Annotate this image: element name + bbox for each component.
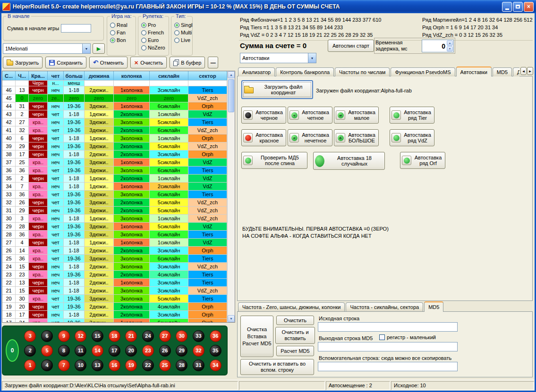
register-checkbox-row[interactable]: регистр - маленький (379, 334, 436, 340)
board-number[interactable]: 29 (176, 345, 187, 357)
table-row[interactable]: 2213черннеч1-182дюжи..1колонка3сиклайнTi… (2, 279, 227, 287)
table-row[interactable]: 406чернчет1-181дюжи..3колонка1сиклайнOrp… (2, 134, 227, 142)
radio-option[interactable]: NoZero (141, 45, 165, 50)
autobet-button[interactable]: Автоставка ряд VdZ (390, 129, 434, 146)
table-row[interactable]: 3725кра..неч19-363дюжи..1колонка5сиклайн… (2, 158, 227, 167)
toolbar-button[interactable]: Загрузить (3, 57, 43, 68)
tab[interactable]: Частота - Zero, шансы, дюжины, колонки (238, 302, 345, 311)
board-number[interactable]: 31 (193, 359, 204, 371)
tab[interactable]: Частоты по числам (335, 67, 390, 76)
board-number[interactable]: 14 (92, 345, 103, 357)
board-number[interactable]: 3 (24, 330, 36, 342)
board-number[interactable]: 25 (159, 359, 171, 371)
table-row[interactable]: 450zeroze..zerozerozerozeroVdZ_zch (2, 94, 227, 102)
board-number[interactable]: 21 (125, 330, 137, 342)
load-coordinates-button[interactable]: Загрузить файл координат (241, 80, 313, 99)
table-row[interactable]: 432чернчет1-181дюжи..2колонка1сиклайнVdZ (2, 110, 227, 118)
md5-clear-paste-button[interactable]: Очистить и вставить (275, 327, 315, 344)
table-row[interactable]: 4613черннеч1-182дюжи..1колонка3сиклайнTi… (2, 86, 227, 94)
table-row[interactable]: 3817черннеч1-182дюжи..2колонка3сиклайнOr… (2, 150, 227, 158)
table-row[interactable]: 2836кра..чет19-363дюжи..3колонка6сиклайн… (2, 231, 227, 239)
tab[interactable]: MD5 (424, 301, 443, 312)
board-number[interactable]: 32 (193, 345, 204, 357)
table-row[interactable]: 352чернчет1-181дюжи..2колонка1сиклайнVdZ (2, 175, 227, 183)
table-row[interactable]: 3129черннеч19-363дюжи..2колонка5сиклайнV… (2, 207, 227, 215)
board-number[interactable]: 18 (109, 330, 120, 342)
table-row[interactable]: 3336кра..чет19-363дюжи..3колонка6сиклайн… (2, 191, 227, 199)
md5-calc-button[interactable]: Расчет MD5 (276, 346, 314, 356)
autobet-button[interactable]: Автоставка красное (241, 129, 286, 146)
autobet-button[interactable]: ч Автоставка четное (288, 107, 332, 124)
system-combobox[interactable]: 1Melonati ▼ (3, 43, 91, 54)
board-number[interactable]: 34 (210, 359, 221, 371)
board-number[interactable]: 20 (125, 345, 137, 357)
board-number[interactable]: 36 (210, 330, 221, 342)
autobet-button[interactable]: Автоставка 18 случайных (313, 152, 385, 170)
maximize-button[interactable] (513, 2, 523, 12)
table-row[interactable]: 347кра..неч1-181дюжи..1колонка2сиклайнVd… (2, 183, 227, 191)
chevron-down-icon[interactable]: ▼ (308, 53, 316, 63)
scroll-down-icon[interactable]: ▼ (228, 315, 235, 322)
autobet-button[interactable]: Проверить МД5 после спина (241, 152, 307, 169)
board-number[interactable]: 11 (75, 345, 86, 357)
table-scrollbar[interactable]: ▲ ▼ (227, 71, 235, 322)
scroll-up-icon[interactable]: ▲ (228, 71, 235, 78)
board-zero[interactable]: 0 (6, 339, 19, 362)
table-row[interactable]: 2323кра..неч19-362дюжи..2колонка4сиклайн… (2, 271, 227, 279)
toolbar-button[interactable]: Сохранить (45, 57, 86, 68)
radio-option[interactable]: Real (110, 22, 128, 28)
radio-option[interactable]: Live (174, 37, 192, 43)
board-number[interactable]: 9 (58, 330, 70, 342)
tab[interactable]: Контроль банкролла (276, 67, 334, 76)
toolbar-button[interactable]: В буфер (170, 57, 205, 68)
board-number[interactable]: 22 (142, 359, 154, 371)
board-number[interactable]: 1 (24, 359, 36, 371)
tab[interactable]: Частота - сиклайны, сектора (346, 302, 423, 311)
table-row[interactable]: 1920чернчет19-362дюжи..2колонка4сиклайнO… (2, 303, 227, 311)
board-number[interactable]: 4 (41, 359, 53, 371)
board-number[interactable]: 30 (176, 330, 187, 342)
board-number[interactable]: 24 (142, 330, 154, 342)
tab[interactable]: Делени (513, 67, 519, 76)
board-number[interactable]: 23 (142, 345, 154, 357)
autobet-button[interactable]: Автоставка ряд Orf (400, 152, 445, 169)
board-number[interactable]: 19 (125, 359, 137, 371)
checkbox-icon[interactable] (379, 334, 385, 340)
table-row[interactable]: 4431черннеч19-363дюжи..1колонка6сиклайнO… (2, 102, 227, 110)
spinner-up-icon[interactable]: ▲ (447, 41, 453, 46)
table-row[interactable]: 4132кра..чет19-363дюжи..2колонка6сиклайн… (2, 126, 227, 134)
board-number[interactable]: 26 (159, 345, 171, 357)
table-row[interactable]: 1734кра..чет19-363дюжи..1колонка6сиклайн… (2, 319, 227, 322)
play-button[interactable]: ▶ (93, 43, 105, 54)
radio-option[interactable]: Multi (174, 30, 192, 35)
board-number[interactable]: 8 (58, 345, 70, 357)
radio-option[interactable]: Bon (110, 37, 128, 43)
tab[interactable]: Анализатор (238, 67, 275, 76)
table-row[interactable]: 2415черннеч1-182дюжи..3колонка3сиклайнVd… (2, 263, 227, 271)
table-row[interactable]: 4227кра..неч19-363дюжи..3колонка5сиклайн… (2, 118, 227, 126)
close-button[interactable]: × (524, 2, 534, 12)
autobet-button[interactable]: н Автоставка нечетное (288, 129, 332, 146)
table-row[interactable]: 2536кра..чет19-363дюжи..3колонка6сиклайн… (2, 255, 227, 263)
board-number[interactable]: 15 (92, 330, 103, 342)
toolbar-button[interactable]: Отменить (89, 57, 128, 68)
collapse-button[interactable]: — (208, 57, 218, 68)
md5-clear-paste-aux-button[interactable]: Очистить и вставить во вспом. строку (240, 359, 314, 375)
tab[interactable]: Функционал PsevdoMS (391, 67, 455, 76)
md5-all-in-one-button[interactable]: Очистка Вставка Расчет MD5 (240, 316, 273, 357)
board-number[interactable]: 17 (109, 345, 120, 357)
radio-option[interactable]: Euro (141, 37, 165, 43)
delay-spinner[interactable]: 0 ▲ ▼ (422, 40, 454, 52)
board-number[interactable]: 6 (41, 330, 53, 342)
autobets-combobox[interactable]: Автоставки ▼ (240, 53, 316, 63)
table-row[interactable]: 274чернчет1-181дюжи..1колонка1сиклайнVdZ (2, 239, 227, 247)
autobet-button[interactable]: м Автоставка малое (334, 107, 379, 124)
board-number[interactable]: 28 (176, 359, 187, 371)
autospin-start-button[interactable]: Автоспин старт (328, 40, 374, 52)
tab[interactable]: MD5 (493, 67, 512, 76)
minimize-button[interactable] (502, 2, 512, 12)
board-number[interactable]: 12 (75, 330, 86, 342)
board-number[interactable]: 13 (92, 359, 103, 371)
table-row[interactable]: 2030кра..чет19-363дюжи..3колонка5сиклайн… (2, 295, 227, 303)
source-string-input[interactable] (318, 322, 458, 332)
